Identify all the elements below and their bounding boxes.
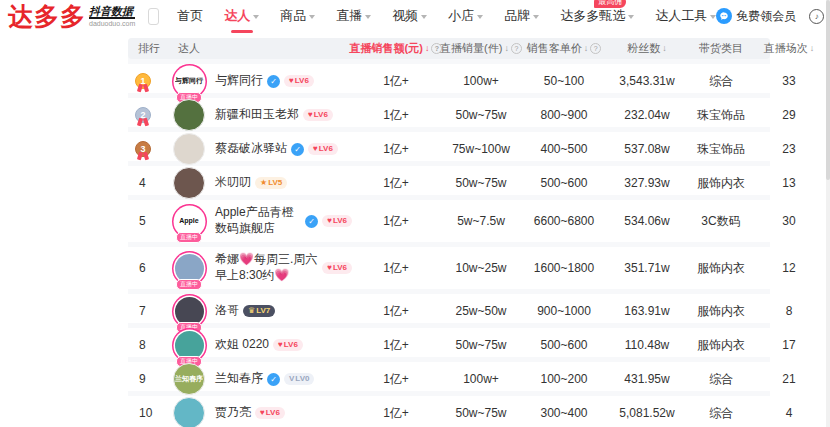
sessions-cell: 21 — [754, 372, 824, 386]
brand-logo[interactable]: 达多多 抖音数据 daduoduo.com — [8, 4, 135, 29]
nav-item-首页[interactable]: 首页 — [177, 7, 203, 25]
level-badge-icon: ♛ — [248, 307, 255, 316]
sessions-cell: 30 — [754, 214, 824, 228]
talent-name[interactable]: 蔡磊破冰驿站 — [215, 141, 287, 157]
rank-cell: 8 — [128, 338, 168, 352]
talent-cell[interactable]: 米叨叨 ★ LV5 — [168, 166, 352, 200]
talent-cell[interactable]: 直播中 洛哥 ♛ LV7 — [168, 294, 352, 328]
column-header[interactable]: 直播销售额(元)↓? — [352, 41, 440, 56]
nav-item-label: 小店 — [448, 7, 474, 25]
talent-name[interactable]: 洛哥 — [215, 303, 239, 319]
nav-item-达人[interactable]: 达人 — [224, 7, 259, 25]
nav-item-直播[interactable]: 直播 — [336, 7, 371, 25]
table-body: 1 与辉同行 直播中 与辉同行 ✓ ♥ LV6 1亿+ 100w+ 50~100… — [128, 59, 770, 425]
avatar[interactable]: 直播中 — [172, 328, 206, 362]
talent-name[interactable]: Apple产品青橙数码旗舰店 — [215, 205, 301, 236]
table-row[interactable]: 6 直播中 希娜💗每周三.周六早上8:30约💗 ♥ LV6 1亿+ 10w~25… — [128, 247, 770, 289]
free-member-label: 免费领会员 — [736, 8, 796, 25]
talent-name[interactable]: 与辉同行 — [215, 73, 263, 89]
rank-cell: 6 — [128, 261, 168, 275]
nav-item-label: 达人 — [224, 7, 250, 25]
level-badge-icon: ♥ — [308, 111, 313, 120]
free-member-button[interactable]: 免费领会员 — [716, 8, 796, 25]
avatar[interactable] — [172, 396, 206, 427]
nav-item-品牌[interactable]: 品牌 — [504, 7, 539, 25]
talent-name[interactable]: 米叨叨 — [215, 175, 251, 191]
followers-cell: 351.71w — [606, 261, 688, 275]
level-badge: ♥ LV6 — [284, 75, 314, 87]
column-header[interactable]: 粉丝数↓ — [606, 41, 688, 56]
level-badge: ★ LV5 — [255, 177, 287, 189]
nav-item-达人工具[interactable]: 达人工具 — [655, 7, 716, 25]
talent-name[interactable]: 兰知春序 — [215, 371, 263, 387]
column-header[interactable]: 直播销量(件)↓? — [440, 41, 522, 56]
rank-cell: 1 — [128, 73, 168, 89]
table-row[interactable]: 5 Apple 直播中 Apple产品青橙数码旗舰店 ✓ ♥ LV6 1亿+ 5… — [128, 200, 770, 242]
nav-item-达多多甄选[interactable]: 达多多甄选最高佣 — [560, 7, 634, 25]
table-row[interactable]: 8 直播中 欢姐 0220 ♥ LV6 1亿+ 50w~75w 500~600 … — [128, 328, 770, 357]
unit-price-cell: 800~900 — [522, 108, 606, 122]
level-badge-icon: ♥ — [327, 264, 332, 273]
sort-desc-icon[interactable]: ↓ — [504, 44, 509, 53]
talent-cell[interactable]: 贾乃亮 ♥ LV6 — [168, 396, 352, 427]
sessions-cell: 33 — [754, 74, 824, 88]
talent-cell[interactable]: 兰知春序 兰知春序 ✓ V LV0 — [168, 362, 352, 396]
talent-name[interactable]: 欢姐 0220 — [215, 337, 269, 353]
column-header[interactable]: 销售客单价↓? — [522, 41, 606, 56]
sales-volume-cell: 50w~75w — [440, 406, 522, 420]
talent-name[interactable]: 希娜💗每周三.周六早上8:30约💗 — [215, 252, 318, 283]
verified-icon: ✓ — [267, 373, 280, 386]
nav-item-小店[interactable]: 小店 — [448, 7, 483, 25]
avatar[interactable]: 与辉同行 直播中 — [172, 64, 206, 98]
table-row[interactable]: 9 兰知春序 兰知春序 ✓ V LV0 1亿+ 100w+ 100~200 43… — [128, 362, 770, 391]
rank-cell: 5 — [128, 214, 168, 228]
talent-cell[interactable]: Apple 直播中 Apple产品青橙数码旗舰店 ✓ ♥ LV6 — [168, 204, 352, 238]
live-badge: 直播中 — [176, 279, 202, 290]
medal-gold-icon: 1 — [135, 73, 151, 89]
talent-name[interactable]: 新疆和田玉老郑 — [215, 107, 299, 123]
name-box: 米叨叨 ★ LV5 — [215, 175, 287, 191]
talent-cell[interactable]: 直播中 欢姐 0220 ♥ LV6 — [168, 328, 352, 362]
talent-cell[interactable]: 蔡磊破冰驿站 ✓ ♥ LV6 — [168, 132, 352, 166]
avatar[interactable]: Apple 直播中 — [172, 204, 206, 238]
table-row[interactable]: 3 蔡磊破冰驿站 ✓ ♥ LV6 1亿+ 75w~100w 400~500 53… — [128, 132, 770, 161]
nav-item-商品[interactable]: 商品 — [280, 7, 315, 25]
talent-cell[interactable]: 与辉同行 直播中 与辉同行 ✓ ♥ LV6 — [168, 64, 352, 98]
nav-item-label: 首页 — [177, 7, 203, 25]
avatar[interactable] — [172, 98, 206, 132]
unit-price-cell: 400~500 — [522, 142, 606, 156]
avatar[interactable] — [172, 166, 206, 200]
sort-desc-icon[interactable]: ↓ — [425, 44, 430, 53]
sort-desc-icon[interactable]: ↓ — [584, 44, 589, 53]
table-row[interactable]: 2 新疆和田玉老郑 ♥ LV6 1亿+ 50w~75w 800~900 232.… — [128, 98, 770, 127]
avatar[interactable]: 兰知春序 — [172, 362, 206, 396]
avatar[interactable]: 直播中 — [172, 294, 206, 328]
sessions-cell: 4 — [754, 406, 824, 420]
apps-grid-icon[interactable] — [148, 8, 159, 25]
scrollbar[interactable] — [826, 0, 830, 427]
sessions-cell: 12 — [754, 261, 824, 275]
chevron-down-icon — [477, 15, 483, 19]
table-row[interactable]: 10 贾乃亮 ♥ LV6 1亿+ 50w~75w 300~400 5,081.5… — [128, 396, 770, 425]
talent-cell[interactable]: 新疆和田玉老郑 ♥ LV6 — [168, 98, 352, 132]
talent-cell[interactable]: 直播中 希娜💗每周三.周六早上8:30约💗 ♥ LV6 — [168, 251, 352, 285]
category-cell: 服饰内衣 — [688, 175, 754, 192]
talent-name[interactable]: 贾乃亮 — [215, 405, 251, 421]
table-row[interactable]: 7 直播中 洛哥 ♛ LV7 1亿+ 25w~50w 900~1000 163.… — [128, 294, 770, 323]
nav-item-视频[interactable]: 视频 — [392, 7, 427, 25]
table-row[interactable]: 4 米叨叨 ★ LV5 1亿+ 50w~75w 500~600 327.93w … — [128, 166, 770, 195]
level-badge: ♛ LV7 — [243, 305, 275, 317]
nav-item-label: 品牌 — [504, 7, 530, 25]
sort-desc-icon[interactable]: ↓ — [662, 44, 667, 53]
unit-price-cell: 500~600 — [522, 176, 606, 190]
sessions-cell: 17 — [754, 338, 824, 352]
column-header[interactable]: 直播场次↓ — [754, 41, 824, 56]
rank-cell: 9 — [128, 372, 168, 386]
level-badge-label: LV6 — [295, 77, 309, 86]
unit-price-cell: 900~1000 — [522, 304, 606, 318]
avatar[interactable]: 直播中 — [172, 251, 206, 285]
table-row[interactable]: 1 与辉同行 直播中 与辉同行 ✓ ♥ LV6 1亿+ 100w+ 50~100… — [128, 64, 770, 93]
sort-desc-icon[interactable]: ↓ — [810, 44, 815, 53]
avatar[interactable] — [172, 132, 206, 166]
name-box: Apple产品青橙数码旗舰店 ✓ ♥ LV6 — [215, 205, 352, 236]
